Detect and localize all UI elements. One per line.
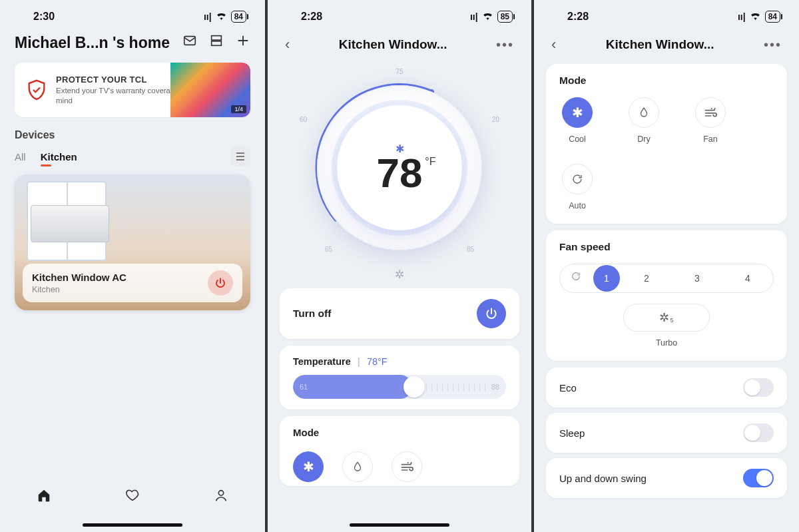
view-toggle-button[interactable] [230, 146, 250, 166]
slider-thumb[interactable] [403, 376, 425, 398]
battery-indicator: 84 [765, 11, 780, 23]
temp-readout: 78°F [377, 152, 423, 194]
sleep-row: Sleep [546, 413, 787, 453]
home-indicator [83, 523, 182, 527]
nav-profile-icon[interactable] [214, 488, 228, 507]
layout-icon[interactable] [209, 33, 224, 52]
mode-card-partial: Mode ✱ [280, 416, 519, 486]
room-tabs: All Kitchen [0, 141, 265, 174]
mode-dry-label: Dry [626, 134, 662, 144]
status-bar: 2:28 ıı| 85 [268, 0, 531, 33]
device-card-kitchen-ac[interactable]: Kitchen Window AC Kitchen [15, 174, 250, 310]
status-bar: 2:30 ıı| 84 [0, 0, 265, 33]
back-button[interactable]: ‹ [551, 36, 556, 53]
temperature-slider[interactable]: 61 88 [293, 375, 506, 399]
fanspeed-heading: Fan speed [559, 241, 774, 253]
mode-heading: Mode [559, 75, 774, 87]
device-power-button[interactable] [208, 270, 233, 296]
signal-icon: ıı| [470, 11, 478, 22]
nav-favorites-icon[interactable] [125, 488, 140, 507]
mode-cool-button[interactable]: ✱ [293, 451, 324, 482]
mode-fan-button[interactable] [695, 97, 726, 128]
add-icon[interactable] [236, 33, 250, 52]
mode-cool-button[interactable]: ✱ [562, 97, 593, 128]
fan-speed-selector[interactable]: 1 2 3 4 [559, 264, 774, 293]
temp-value: 78°F [367, 356, 388, 367]
clock: 2:28 [301, 11, 322, 23]
shield-check-icon [25, 79, 48, 101]
signal-icon: ıı| [204, 11, 212, 22]
tab-kitchen[interactable]: Kitchen [41, 151, 77, 162]
mode-dry-button[interactable] [342, 451, 373, 482]
home-title: Michael B...n 's home [15, 34, 170, 52]
turbo-label: Turbo [623, 338, 710, 348]
tab-all[interactable]: All [15, 151, 26, 162]
page-title: Kitchen Window... [606, 37, 714, 52]
device-room: Kitchen [32, 285, 60, 294]
swing-label: Up and down swing [559, 473, 647, 484]
fan-indicator-icon: ✲ [268, 268, 531, 282]
speed-4[interactable]: 4 [722, 264, 773, 293]
mode-fan-label: Fan [692, 134, 728, 144]
turnoff-label: Turn off [293, 308, 331, 320]
devices-heading: Devices [0, 129, 265, 141]
mode-auto-button[interactable] [562, 164, 593, 194]
device-settings-screen: 2:28 ıı| 84 ‹ Kitchen Window... ••• Mode… [533, 0, 799, 532]
svg-point-3 [218, 491, 223, 495]
wifi-icon [216, 11, 227, 22]
page-title: Kitchen Window... [339, 37, 447, 52]
mode-auto-label: Auto [559, 201, 595, 210]
home-screen: 2:30 ıı| 84 Michael B...n 's home PROTEC… [0, 0, 266, 532]
battery-indicator: 84 [231, 11, 246, 23]
sleep-toggle[interactable] [743, 423, 774, 442]
power-button[interactable] [477, 299, 506, 328]
status-bar: 2:28 ıı| 84 [534, 0, 799, 33]
speed-1[interactable]: 1 [593, 265, 620, 292]
sleep-label: Sleep [559, 427, 585, 439]
eco-label: Eco [559, 382, 577, 394]
device-name: Kitchen Window AC [32, 272, 127, 283]
turn-off-card: Turn off [280, 288, 519, 339]
more-icon[interactable]: ••• [764, 37, 782, 53]
wifi-icon [750, 11, 761, 22]
mode-dry-button[interactable] [629, 97, 659, 128]
wifi-icon [482, 11, 493, 22]
mode-panel: Mode ✱ Cool Dry Fan Auto [546, 64, 787, 224]
mode-cool-label: Cool [559, 134, 595, 144]
device-detail-screen: 2:28 ıı| 85 ‹ Kitchen Window... ••• 75 6… [266, 0, 533, 532]
clock: 2:30 [33, 11, 55, 23]
fan-speed-panel: Fan speed 1 2 3 4 ✲5 Turbo [546, 230, 787, 361]
nav-home-icon[interactable] [37, 488, 51, 507]
svg-rect-1 [212, 36, 222, 40]
mode-fan-button[interactable] [392, 451, 422, 482]
promo-banner[interactable]: PROTECT YOUR TCL Extend your TV's warran… [15, 63, 250, 117]
temperature-card: Temperature | 78°F 61 88 [280, 346, 519, 409]
swing-row: Up and down swing [546, 458, 787, 498]
signal-icon: ıı| [738, 11, 746, 22]
temp-label: Temperature [293, 356, 351, 367]
home-header: Michael B...n 's home [0, 33, 265, 56]
back-button[interactable]: ‹ [285, 36, 290, 53]
speed-2[interactable]: 2 [621, 264, 672, 293]
clock: 2:28 [567, 11, 589, 23]
eco-toggle[interactable] [743, 378, 774, 397]
temperature-dial[interactable]: 75 60 20 65 85 ✱ 78°F [300, 68, 499, 268]
mail-icon[interactable] [182, 33, 197, 52]
swing-toggle[interactable] [743, 469, 774, 487]
turbo-button[interactable]: ✲5 [623, 304, 710, 332]
svg-rect-2 [212, 41, 222, 45]
home-indicator [350, 523, 449, 527]
banner-pager: 1/4 [231, 105, 246, 113]
battery-indicator: 85 [497, 11, 513, 23]
speed-3[interactable]: 3 [672, 264, 722, 293]
more-icon[interactable]: ••• [496, 37, 514, 53]
speed-auto-icon[interactable] [560, 264, 592, 293]
bottom-nav [0, 479, 265, 516]
eco-row: Eco [546, 368, 787, 407]
